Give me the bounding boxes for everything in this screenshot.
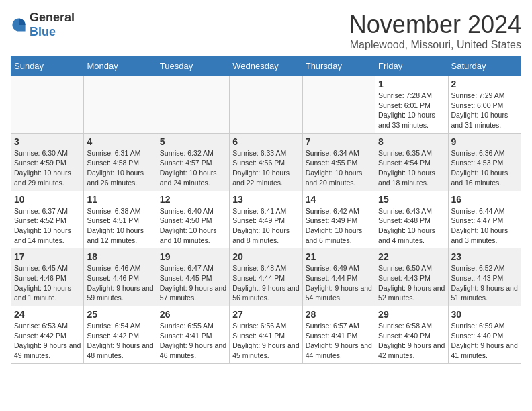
- month-title: November 2024: [349, 11, 521, 39]
- day-detail: Sunrise: 6:53 AM Sunset: 4:42 PM Dayligh…: [14, 321, 81, 361]
- calendar-cell: 10Sunrise: 6:37 AM Sunset: 4:52 PM Dayli…: [11, 191, 84, 248]
- day-detail: Sunrise: 6:30 AM Sunset: 4:59 PM Dayligh…: [14, 148, 81, 188]
- calendar-cell: 23Sunrise: 6:52 AM Sunset: 4:43 PM Dayli…: [448, 248, 521, 306]
- calendar-cell: 28Sunrise: 6:57 AM Sunset: 4:41 PM Dayli…: [302, 306, 375, 364]
- calendar-table: SundayMondayTuesdayWednesdayThursdayFrid…: [11, 56, 521, 364]
- day-detail: Sunrise: 6:55 AM Sunset: 4:41 PM Dayligh…: [160, 321, 226, 361]
- calendar-cell: 8Sunrise: 6:35 AM Sunset: 4:54 PM Daylig…: [375, 133, 448, 191]
- day-number: 23: [451, 251, 518, 262]
- logo: General Blue: [11, 11, 75, 39]
- day-number: 3: [14, 136, 81, 147]
- day-detail: Sunrise: 6:54 AM Sunset: 4:42 PM Dayligh…: [87, 321, 153, 361]
- day-detail: Sunrise: 6:34 AM Sunset: 4:55 PM Dayligh…: [306, 148, 372, 188]
- day-detail: Sunrise: 6:46 AM Sunset: 4:46 PM Dayligh…: [87, 263, 153, 303]
- calendar-cell: 21Sunrise: 6:49 AM Sunset: 4:44 PM Dayli…: [302, 248, 375, 306]
- day-number: 5: [160, 136, 226, 147]
- calendar-cell: 1Sunrise: 7:28 AM Sunset: 6:01 PM Daylig…: [375, 76, 448, 134]
- day-detail: Sunrise: 6:50 AM Sunset: 4:43 PM Dayligh…: [378, 263, 445, 303]
- day-number: 27: [232, 309, 299, 320]
- calendar-cell: [230, 76, 302, 134]
- calendar-cell: 14Sunrise: 6:42 AM Sunset: 4:49 PM Dayli…: [302, 191, 375, 248]
- day-detail: Sunrise: 6:40 AM Sunset: 4:50 PM Dayligh…: [160, 206, 226, 246]
- calendar-cell: 19Sunrise: 6:47 AM Sunset: 4:45 PM Dayli…: [157, 248, 229, 306]
- day-number: 26: [160, 309, 226, 320]
- day-detail: Sunrise: 6:41 AM Sunset: 4:49 PM Dayligh…: [232, 206, 299, 246]
- day-detail: Sunrise: 6:44 AM Sunset: 4:47 PM Dayligh…: [451, 206, 518, 246]
- day-number: 14: [306, 194, 372, 205]
- day-detail: Sunrise: 6:42 AM Sunset: 4:49 PM Dayligh…: [306, 206, 372, 246]
- calendar-cell: [84, 76, 157, 134]
- calendar-cell: 26Sunrise: 6:55 AM Sunset: 4:41 PM Dayli…: [157, 306, 229, 364]
- day-number: 9: [451, 136, 518, 147]
- col-header-thursday: Thursday: [302, 57, 375, 76]
- logo-icon: [11, 17, 27, 33]
- day-detail: Sunrise: 6:36 AM Sunset: 4:53 PM Dayligh…: [451, 148, 518, 188]
- logo-general: General: [30, 11, 75, 24]
- day-detail: Sunrise: 6:59 AM Sunset: 4:40 PM Dayligh…: [451, 321, 518, 361]
- calendar-header-row: SundayMondayTuesdayWednesdayThursdayFrid…: [11, 57, 521, 76]
- col-header-wednesday: Wednesday: [230, 57, 302, 76]
- day-number: 29: [378, 309, 445, 320]
- day-number: 18: [87, 251, 153, 262]
- day-number: 16: [451, 194, 518, 205]
- calendar-cell: 22Sunrise: 6:50 AM Sunset: 4:43 PM Dayli…: [375, 248, 448, 306]
- calendar-cell: 12Sunrise: 6:40 AM Sunset: 4:50 PM Dayli…: [157, 191, 229, 248]
- col-header-tuesday: Tuesday: [157, 57, 229, 76]
- calendar-cell: 24Sunrise: 6:53 AM Sunset: 4:42 PM Dayli…: [11, 306, 84, 364]
- calendar-cell: 30Sunrise: 6:59 AM Sunset: 4:40 PM Dayli…: [448, 306, 521, 364]
- day-detail: Sunrise: 6:48 AM Sunset: 4:44 PM Dayligh…: [232, 263, 299, 303]
- day-detail: Sunrise: 6:47 AM Sunset: 4:45 PM Dayligh…: [160, 263, 226, 303]
- day-detail: Sunrise: 6:45 AM Sunset: 4:46 PM Dayligh…: [14, 263, 81, 303]
- location-subtitle: Maplewood, Missouri, United States: [349, 39, 521, 51]
- day-detail: Sunrise: 7:29 AM Sunset: 6:00 PM Dayligh…: [451, 91, 518, 130]
- day-detail: Sunrise: 6:43 AM Sunset: 4:48 PM Dayligh…: [378, 206, 445, 246]
- day-detail: Sunrise: 6:49 AM Sunset: 4:44 PM Dayligh…: [306, 263, 372, 303]
- day-number: 30: [451, 309, 518, 320]
- logo-text: General Blue: [30, 11, 75, 39]
- calendar-cell: 4Sunrise: 6:31 AM Sunset: 4:58 PM Daylig…: [84, 133, 157, 191]
- calendar-cell: 5Sunrise: 6:32 AM Sunset: 4:57 PM Daylig…: [157, 133, 229, 191]
- day-number: 25: [87, 309, 153, 320]
- calendar-cell: [302, 76, 375, 134]
- day-detail: Sunrise: 6:57 AM Sunset: 4:41 PM Dayligh…: [306, 321, 372, 361]
- day-number: 17: [14, 251, 81, 262]
- day-number: 7: [306, 136, 372, 147]
- day-number: 6: [232, 136, 299, 147]
- day-detail: Sunrise: 6:38 AM Sunset: 4:51 PM Dayligh…: [87, 206, 153, 246]
- week-row-5: 24Sunrise: 6:53 AM Sunset: 4:42 PM Dayli…: [11, 306, 521, 364]
- calendar-cell: 2Sunrise: 7:29 AM Sunset: 6:00 PM Daylig…: [448, 76, 521, 134]
- calendar-cell: 20Sunrise: 6:48 AM Sunset: 4:44 PM Dayli…: [230, 248, 302, 306]
- page-header: General Blue November 2024 Maplewood, Mi…: [11, 11, 521, 51]
- day-number: 20: [232, 251, 299, 262]
- calendar-cell: 15Sunrise: 6:43 AM Sunset: 4:48 PM Dayli…: [375, 191, 448, 248]
- day-number: 13: [232, 194, 299, 205]
- day-number: 10: [14, 194, 81, 205]
- calendar-cell: 11Sunrise: 6:38 AM Sunset: 4:51 PM Dayli…: [84, 191, 157, 248]
- day-detail: Sunrise: 7:28 AM Sunset: 6:01 PM Dayligh…: [378, 91, 445, 130]
- day-detail: Sunrise: 6:58 AM Sunset: 4:40 PM Dayligh…: [378, 321, 445, 361]
- day-number: 12: [160, 194, 226, 205]
- week-row-2: 3Sunrise: 6:30 AM Sunset: 4:59 PM Daylig…: [11, 133, 521, 191]
- day-number: 15: [378, 194, 445, 205]
- day-number: 8: [378, 136, 445, 147]
- day-detail: Sunrise: 6:31 AM Sunset: 4:58 PM Dayligh…: [87, 148, 153, 188]
- day-number: 11: [87, 194, 153, 205]
- day-detail: Sunrise: 6:56 AM Sunset: 4:41 PM Dayligh…: [232, 321, 299, 361]
- calendar-cell: 27Sunrise: 6:56 AM Sunset: 4:41 PM Dayli…: [230, 306, 302, 364]
- calendar-cell: 25Sunrise: 6:54 AM Sunset: 4:42 PM Dayli…: [84, 306, 157, 364]
- calendar-cell: 13Sunrise: 6:41 AM Sunset: 4:49 PM Dayli…: [230, 191, 302, 248]
- day-number: 22: [378, 251, 445, 262]
- logo-blue: Blue: [30, 25, 56, 38]
- calendar-cell: 3Sunrise: 6:30 AM Sunset: 4:59 PM Daylig…: [11, 133, 84, 191]
- calendar-cell: [157, 76, 229, 134]
- day-number: 21: [306, 251, 372, 262]
- week-row-4: 17Sunrise: 6:45 AM Sunset: 4:46 PM Dayli…: [11, 248, 521, 306]
- calendar-cell: 18Sunrise: 6:46 AM Sunset: 4:46 PM Dayli…: [84, 248, 157, 306]
- calendar-cell: 6Sunrise: 6:33 AM Sunset: 4:56 PM Daylig…: [230, 133, 302, 191]
- day-detail: Sunrise: 6:35 AM Sunset: 4:54 PM Dayligh…: [378, 148, 445, 188]
- calendar-cell: 9Sunrise: 6:36 AM Sunset: 4:53 PM Daylig…: [448, 133, 521, 191]
- calendar-cell: 7Sunrise: 6:34 AM Sunset: 4:55 PM Daylig…: [302, 133, 375, 191]
- col-header-saturday: Saturday: [448, 57, 521, 76]
- col-header-friday: Friday: [375, 57, 448, 76]
- week-row-3: 10Sunrise: 6:37 AM Sunset: 4:52 PM Dayli…: [11, 191, 521, 248]
